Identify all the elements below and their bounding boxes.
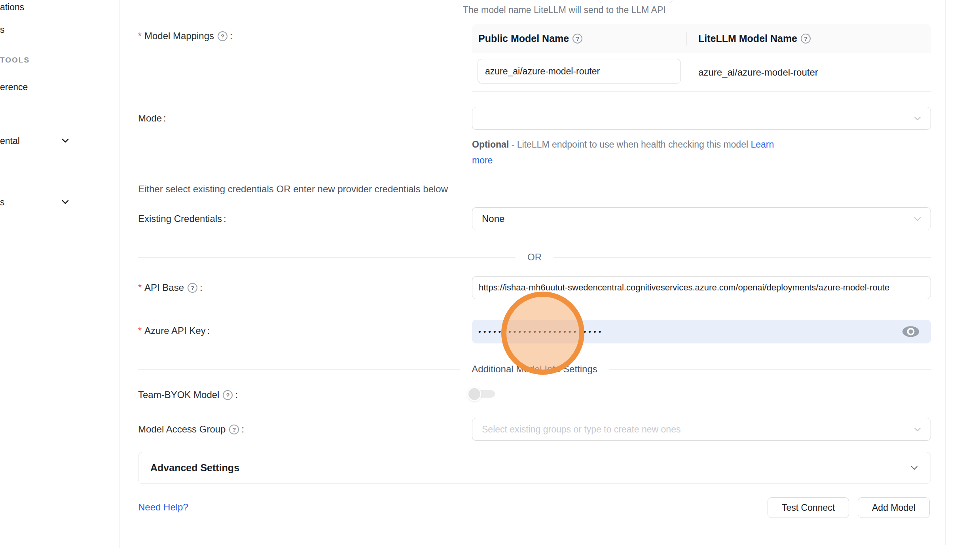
- test-connect-button[interactable]: Test Connect: [768, 497, 849, 518]
- credentials-note: Either select existing credentials OR en…: [138, 184, 448, 195]
- column-header-public-model-name: Public Model Name ?: [472, 33, 686, 44]
- or-divider: OR: [138, 251, 931, 264]
- chevron-down-icon: [912, 214, 923, 224]
- azure-api-key-input[interactable]: •••••••••••••••••••••••••: [472, 320, 931, 343]
- public-model-name-input[interactable]: [478, 59, 681, 83]
- chevron-down-icon[interactable]: [60, 197, 70, 207]
- sidebar-item[interactable]: s: [0, 24, 5, 36]
- column-header-litellm-model-name: LiteLLM Model Name ?: [686, 33, 811, 44]
- model-name-hint: The model name LiteLLM will send to the …: [463, 5, 666, 15]
- required-asterisk: *: [138, 326, 142, 336]
- model-mappings-table: Public Model Name ? LiteLLM Model Name ?…: [472, 24, 931, 92]
- help-icon[interactable]: ?: [572, 34, 582, 44]
- mode-select[interactable]: [472, 107, 931, 130]
- help-icon[interactable]: ?: [223, 390, 233, 400]
- sidebar-section-tools: TOOLS: [0, 55, 30, 65]
- chevron-down-icon: [908, 462, 920, 474]
- help-icon[interactable]: ?: [218, 31, 227, 41]
- sidebar-item-organizations[interactable]: ations: [0, 1, 24, 13]
- mode-help-text: Optional - LiteLLM endpoint to use when …: [472, 137, 796, 168]
- api-base-input[interactable]: [472, 276, 931, 299]
- masked-password-dots: •••••••••••••••••••••••••: [472, 328, 603, 336]
- chevron-down-icon[interactable]: [60, 136, 70, 146]
- need-help-link[interactable]: Need Help?: [138, 502, 188, 513]
- sidebar-item-experimental[interactable]: ental: [0, 135, 20, 147]
- team-byok-toggle[interactable]: [467, 386, 499, 402]
- column-divider: [686, 32, 687, 46]
- chevron-down-icon: [912, 113, 923, 123]
- api-base-label: * API Base ? :: [138, 281, 203, 294]
- team-byok-label: Team-BYOK Model ? :: [138, 389, 238, 401]
- mode-label: Mode:: [138, 112, 166, 125]
- help-icon[interactable]: ?: [229, 425, 239, 434]
- eye-icon[interactable]: [902, 325, 920, 338]
- required-asterisk: *: [138, 31, 142, 42]
- advanced-settings-title: Advanced Settings: [150, 462, 239, 474]
- add-model-button[interactable]: Add Model: [858, 497, 930, 518]
- additional-settings-divider: Additional Model Info Settings: [138, 363, 931, 375]
- help-icon[interactable]: ?: [801, 34, 811, 44]
- sidebar-item-settings[interactable]: s: [0, 196, 5, 208]
- cutoff-field-above: [598, 0, 673, 3]
- model-access-group-label: Model Access Group ? :: [138, 423, 244, 436]
- toggle-knob: [467, 387, 481, 401]
- advanced-settings-panel[interactable]: Advanced Settings: [138, 452, 931, 484]
- sidebar: ations s TOOLS erence ental s: [0, 0, 119, 548]
- model-access-group-select[interactable]: Select existing groups or type to create…: [472, 418, 931, 441]
- required-asterisk: *: [138, 283, 142, 293]
- chevron-down-icon: [912, 424, 923, 434]
- azure-api-key-label: * Azure API Key:: [138, 324, 210, 337]
- select-placeholder: Select existing groups or type to create…: [472, 424, 681, 435]
- table-row: azure_ai/azure-model-router: [472, 53, 931, 92]
- sidebar-item-reference[interactable]: erence: [0, 81, 28, 93]
- litellm-model-name-value: azure_ai/azure-model-router: [698, 53, 818, 92]
- help-icon[interactable]: ?: [188, 283, 197, 293]
- existing-credentials-select[interactable]: None: [472, 207, 931, 230]
- existing-credentials-label: Existing Credentials:: [138, 212, 226, 225]
- table-header-row: Public Model Name ? LiteLLM Model Name ?: [472, 24, 931, 53]
- model-mappings-label: * Model Mappings ? :: [138, 30, 233, 42]
